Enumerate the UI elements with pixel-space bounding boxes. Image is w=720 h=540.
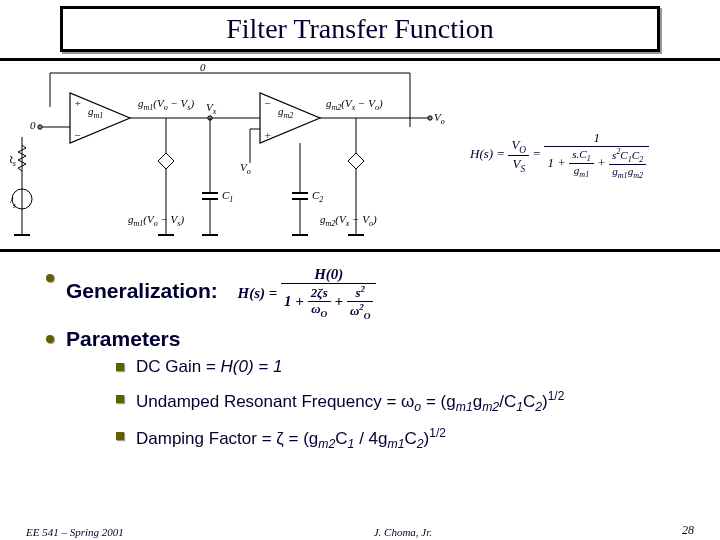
- slide-title: Filter Transfer Function: [71, 13, 649, 45]
- bullet-square-icon: [116, 363, 124, 371]
- label-zero-top: 0: [200, 63, 206, 73]
- footer-page-number: 28: [682, 523, 694, 538]
- svg-text:+: +: [74, 97, 81, 109]
- svg-text:−: −: [74, 129, 81, 141]
- svg-text:Vo: Vo: [434, 111, 445, 126]
- bullet-parameters: Parameters: [46, 327, 690, 351]
- svg-text:C2: C2: [312, 189, 323, 204]
- svg-text:gm1(Vo − Vs): gm1(Vo − Vs): [128, 213, 184, 228]
- slide-footer: EE 541 – Spring 2001 J. Choma, Jr. 28: [0, 523, 720, 538]
- bullet-square-icon: [116, 432, 124, 440]
- svg-text:gm1: gm1: [88, 105, 103, 120]
- svg-text:gm1(Vo − Vs): gm1(Vo − Vs): [138, 97, 194, 112]
- subbullet-resonant-freq: Undamped Resonant Frequency = ωo = (gm1g…: [116, 389, 690, 414]
- svg-marker-43: [348, 153, 364, 169]
- subbullet-dc-gain: DC Gain = H(0) = 1: [116, 357, 690, 377]
- svg-marker-23: [158, 153, 174, 169]
- bullet-square-icon: [116, 395, 124, 403]
- svg-text:0: 0: [30, 119, 36, 131]
- svg-point-7: [38, 125, 42, 129]
- subbullet-damping-factor: Damping Factor = ζ = (gm2C1 / 4gm1C2)1/2: [116, 426, 690, 451]
- svg-text:gm2(Vx − Vo): gm2(Vx − Vo): [320, 213, 377, 228]
- slide-title-box: Filter Transfer Function: [60, 6, 660, 52]
- svg-text:Vo: Vo: [240, 161, 251, 176]
- svg-text:−: −: [264, 97, 271, 109]
- bullet-dot-icon: [46, 274, 54, 282]
- svg-text:Rs: Rs: [10, 153, 16, 168]
- main-transfer-equation: H(s) = VO VS = 1 1 + s.C1 gm1 + s2C1C2 g…: [470, 130, 710, 180]
- svg-text:+: +: [264, 129, 271, 141]
- bullet-generalization-label: Generalization:: [66, 279, 218, 302]
- footer-center: J. Choma, Jr.: [374, 526, 432, 538]
- bullet-parameters-label: Parameters: [66, 327, 180, 351]
- circuit-schematic: 0 +− gm1 0 Rs Vs Vx gm1(Vo − Vs): [10, 63, 470, 247]
- svg-point-34: [428, 116, 432, 120]
- generalized-equation: H(s) = H(0) 1 + 2ζs ωO + s2 ω2O: [238, 266, 377, 321]
- figure-band: 0 +− gm1 0 Rs Vs Vx gm1(Vo − Vs): [0, 58, 720, 252]
- svg-text:gm2(Vx − Vo): gm2(Vx − Vo): [326, 97, 383, 112]
- svg-text:Vs: Vs: [10, 195, 16, 210]
- subbullet-list: DC Gain = H(0) = 1 Undamped Resonant Fre…: [116, 357, 690, 451]
- svg-text:C1: C1: [222, 189, 233, 204]
- bullet-list: Generalization: H(s) = H(0) 1 + 2ζs ωO +…: [46, 266, 690, 451]
- footer-left: EE 541 – Spring 2001: [26, 526, 124, 538]
- svg-text:Vx: Vx: [206, 101, 217, 116]
- svg-text:gm2: gm2: [278, 105, 293, 120]
- bullet-dot-icon: [46, 335, 54, 343]
- bullet-generalization: Generalization: H(s) = H(0) 1 + 2ζs ωO +…: [46, 266, 690, 321]
